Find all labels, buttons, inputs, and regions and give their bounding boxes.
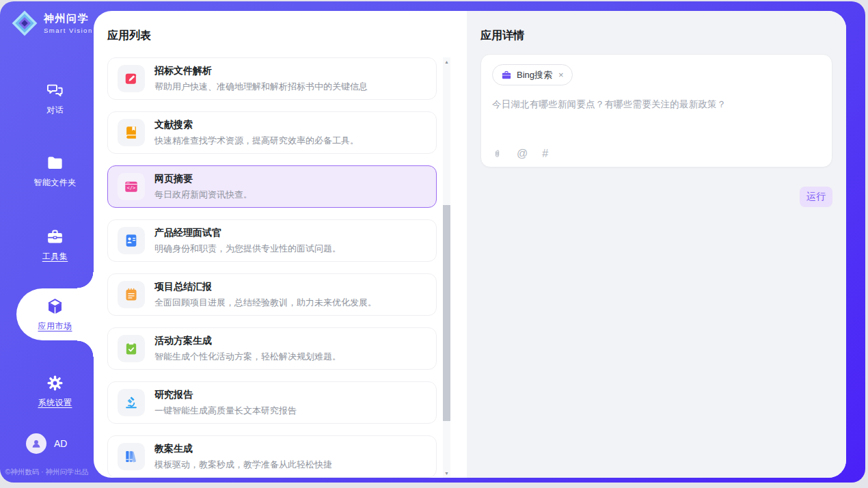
- app-card-research-report[interactable]: 研究报告一键智能生成高质量长文本研究报告: [107, 381, 437, 424]
- avatar: [26, 433, 46, 454]
- app-card-web-summary[interactable]: </>网页摘要每日政府新闻资讯快查。: [107, 165, 437, 208]
- clipboard-check-icon: [118, 335, 145, 362]
- app-card-project-summary[interactable]: 项目总结汇报全面回顾项目进展，总结经验教训，助力未来优化发展。: [107, 273, 437, 316]
- app-list: 招标文件解析帮助用户快速、准确地理解和解析招标书中的关键信息文献搜索快速精准查找…: [107, 57, 437, 478]
- app-card-desc: 智能生成个性化活动方案，轻松解决规划难题。: [154, 351, 341, 363]
- scroll-down-icon[interactable]: ▼: [443, 471, 450, 476]
- sidebar-item-label: 系统设置: [38, 397, 72, 409]
- content-panel: 应用列表 招标文件解析帮助用户快速、准确地理解和解析招标书中的关键信息文献搜索快…: [94, 11, 846, 478]
- cube-icon: [46, 297, 64, 316]
- brand-logo-icon: [11, 10, 38, 37]
- copyright: ©神州数码 · 神州问学出品: [0, 467, 94, 477]
- sidebar-item-label: 对话: [46, 105, 64, 116]
- app-card-desc: 全面回顾项目进展，总结经验教训，助力未来优化发展。: [154, 297, 377, 309]
- sidebar-item-toolkit[interactable]: 工具集: [16, 219, 94, 271]
- mention-icon[interactable]: @: [517, 148, 528, 159]
- app-card-desc: 快速精准查找学术资源，提高研究效率的必备工具。: [154, 135, 359, 147]
- notepad-icon: [118, 281, 145, 308]
- run-button[interactable]: 运行: [800, 187, 832, 207]
- app-card-bid-parse[interactable]: 招标文件解析帮助用户快速、准确地理解和解析招标书中的关键信息: [107, 57, 437, 100]
- sidebar-item-chat[interactable]: 对话: [16, 72, 94, 124]
- edit-square-icon: [118, 65, 145, 92]
- briefcase-icon: [501, 70, 512, 81]
- brand-logo: 神州问学 Smart Vision: [11, 10, 93, 37]
- app-card-title: 研究报告: [154, 389, 297, 401]
- app-list-scrollbar[interactable]: ▲ ▼: [443, 57, 450, 478]
- brand-subtitle: Smart Vision: [44, 27, 93, 34]
- prompt-toolbar: @#: [492, 148, 548, 159]
- browser-icon: </>: [118, 173, 145, 200]
- sidebar-item-smart-folder[interactable]: 智能文件夹: [16, 145, 94, 197]
- sidebar-item-app-market[interactable]: 应用市场: [16, 288, 94, 340]
- app-detail-panel: 应用详情 Bing搜索 × 今日湖北有哪些新闻要点？有哪些需要关注的最新政策？ …: [467, 11, 846, 478]
- chat-icon: [46, 81, 64, 100]
- app-card-title: 教案生成: [154, 443, 332, 455]
- app-card-title: 项目总结汇报: [154, 281, 377, 293]
- app-card-title: 产品经理面试官: [154, 227, 341, 239]
- prompt-input[interactable]: 今日湖北有哪些新闻要点？有哪些需要关注的最新政策？: [492, 98, 821, 111]
- gear-icon: [46, 374, 64, 392]
- app-window: 神州问学 Smart Vision 对话智能文件夹工具集应用市场系统设置 AD …: [0, 1, 865, 483]
- app-list-panel: 应用列表 招标文件解析帮助用户快速、准确地理解和解析招标书中的关键信息文献搜索快…: [94, 11, 467, 478]
- scroll-up-icon[interactable]: ▲: [443, 59, 450, 64]
- user-name: AD: [54, 438, 67, 449]
- sidebar-item-label: 应用市场: [38, 321, 72, 332]
- app-card-literature-search[interactable]: 文献搜索快速精准查找学术资源，提高研究效率的必备工具。: [107, 111, 437, 154]
- chip-close-icon[interactable]: ×: [558, 70, 564, 80]
- app-card-pm-interviewer[interactable]: 产品经理面试官明确身份和职责，为您提供专业性的面试问题。: [107, 219, 437, 262]
- prompt-card[interactable]: Bing搜索 × 今日湖北有哪些新闻要点？有哪些需要关注的最新政策？ @#: [480, 54, 832, 167]
- app-card-desc: 帮助用户快速、准确地理解和解析招标书中的关键信息: [154, 81, 368, 93]
- app-card-lesson-plan[interactable]: 教案生成模板驱动，教案秒成，教学准备从此轻松快捷: [107, 435, 437, 478]
- app-detail-title: 应用详情: [480, 29, 832, 43]
- app-card-event-plan[interactable]: 活动方案生成智能生成个性化活动方案，轻松解决规划难题。: [107, 327, 437, 370]
- attachment-icon[interactable]: [492, 149, 502, 159]
- app-card-title: 文献搜索: [154, 119, 359, 131]
- folder-icon: [46, 154, 64, 172]
- app-card-desc: 每日政府新闻资讯快查。: [154, 189, 252, 201]
- sidebar: 神州问学 Smart Vision 对话智能文件夹工具集应用市场系统设置 AD …: [0, 1, 94, 483]
- app-card-desc: 模板驱动，教案秒成，教学准备从此轻松快捷: [154, 459, 332, 471]
- brand-title: 神州问学: [44, 12, 93, 25]
- app-card-title: 活动方案生成: [154, 335, 341, 347]
- app-card-title: 招标文件解析: [154, 65, 368, 77]
- app-list-title: 应用列表: [107, 29, 467, 43]
- tool-chip-label: Bing搜索: [517, 69, 552, 81]
- books-icon: [118, 443, 145, 470]
- app-card-desc: 一键智能生成高质量长文本研究报告: [154, 405, 297, 417]
- svg-text:</>: </>: [127, 185, 135, 191]
- toolbox-icon: [46, 228, 64, 246]
- app-card-desc: 明确身份和职责，为您提供专业性的面试问题。: [154, 243, 341, 255]
- app-card-title: 网页摘要: [154, 173, 252, 185]
- sidebar-item-settings[interactable]: 系统设置: [16, 365, 94, 417]
- tool-chip[interactable]: Bing搜索 ×: [492, 64, 573, 85]
- book-icon: [118, 119, 145, 146]
- hash-icon[interactable]: #: [542, 148, 548, 159]
- sidebar-item-label: 智能文件夹: [33, 177, 77, 189]
- interview-icon: [118, 227, 145, 254]
- scrollbar-thumb[interactable]: [443, 205, 450, 421]
- microscope-icon: [118, 389, 145, 416]
- user-account[interactable]: AD: [26, 433, 67, 454]
- sidebar-item-label: 工具集: [42, 251, 68, 262]
